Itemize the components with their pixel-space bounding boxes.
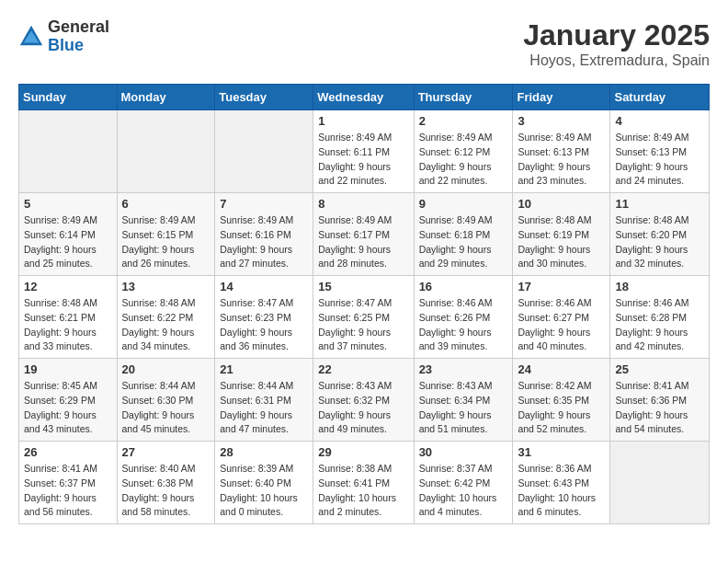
calendar-cell (117, 110, 215, 193)
calendar-week-row: 12Sunrise: 8:48 AMSunset: 6:21 PMDayligh… (19, 276, 710, 359)
calendar-cell: 3Sunrise: 8:49 AMSunset: 6:13 PMDaylight… (513, 110, 610, 193)
calendar-table: SundayMondayTuesdayWednesdayThursdayFrid… (18, 84, 710, 524)
day-number: 31 (518, 445, 605, 459)
day-info: Sunrise: 8:41 AMSunset: 6:37 PMDaylight:… (24, 462, 112, 520)
calendar-cell: 2Sunrise: 8:49 AMSunset: 6:12 PMDaylight… (414, 110, 513, 193)
day-number: 12 (24, 280, 112, 293)
calendar-cell: 15Sunrise: 8:47 AMSunset: 6:25 PMDayligh… (313, 276, 414, 359)
calendar-cell: 25Sunrise: 8:41 AMSunset: 6:36 PMDayligh… (610, 359, 710, 442)
calendar-week-row: 5Sunrise: 8:49 AMSunset: 6:14 PMDaylight… (19, 193, 710, 276)
day-info: Sunrise: 8:49 AMSunset: 6:12 PMDaylight:… (419, 131, 508, 189)
day-info: Sunrise: 8:46 AMSunset: 6:26 PMDaylight:… (419, 296, 508, 354)
calendar-cell (19, 110, 118, 193)
weekday-header: Friday (513, 85, 610, 110)
day-number: 4 (615, 114, 704, 128)
calendar-cell: 16Sunrise: 8:46 AMSunset: 6:26 PMDayligh… (414, 276, 513, 359)
calendar-cell: 9Sunrise: 8:49 AMSunset: 6:18 PMDaylight… (414, 193, 513, 276)
day-info: Sunrise: 8:49 AMSunset: 6:18 PMDaylight:… (419, 213, 508, 271)
calendar-cell: 23Sunrise: 8:43 AMSunset: 6:34 PMDayligh… (414, 359, 513, 442)
day-number: 9 (419, 197, 508, 211)
day-info: Sunrise: 8:48 AMSunset: 6:19 PMDaylight:… (518, 213, 605, 271)
page-header: General Blue January 2025 Hoyos, Extrema… (18, 18, 710, 69)
logo: General Blue (18, 18, 109, 55)
weekday-header: Sunday (19, 85, 118, 110)
day-info: Sunrise: 8:44 AMSunset: 6:30 PMDaylight:… (122, 379, 210, 437)
calendar-cell: 13Sunrise: 8:48 AMSunset: 6:22 PMDayligh… (117, 276, 215, 359)
day-info: Sunrise: 8:49 AMSunset: 6:16 PMDaylight:… (220, 213, 308, 271)
day-number: 13 (122, 280, 210, 293)
calendar-cell: 31Sunrise: 8:36 AMSunset: 6:43 PMDayligh… (513, 442, 610, 524)
day-number: 21 (220, 362, 308, 376)
day-number: 5 (24, 197, 112, 211)
day-number: 29 (318, 445, 408, 459)
page-title: January 2025 (523, 18, 710, 52)
day-info: Sunrise: 8:40 AMSunset: 6:38 PMDaylight:… (122, 462, 210, 520)
calendar-cell: 20Sunrise: 8:44 AMSunset: 6:30 PMDayligh… (117, 359, 215, 442)
title-block: January 2025 Hoyos, Extremadura, Spain (523, 18, 710, 69)
day-number: 16 (419, 280, 508, 293)
calendar-cell: 24Sunrise: 8:42 AMSunset: 6:35 PMDayligh… (513, 359, 610, 442)
day-number: 17 (518, 280, 605, 293)
day-info: Sunrise: 8:43 AMSunset: 6:32 PMDaylight:… (318, 379, 408, 437)
calendar-cell: 28Sunrise: 8:39 AMSunset: 6:40 PMDayligh… (215, 442, 313, 524)
calendar-cell: 22Sunrise: 8:43 AMSunset: 6:32 PMDayligh… (313, 359, 414, 442)
day-info: Sunrise: 8:37 AMSunset: 6:42 PMDaylight:… (419, 462, 508, 520)
day-number: 24 (518, 362, 605, 376)
day-number: 26 (24, 445, 112, 459)
day-info: Sunrise: 8:43 AMSunset: 6:34 PMDaylight:… (419, 379, 508, 437)
calendar-cell (610, 442, 710, 524)
day-info: Sunrise: 8:49 AMSunset: 6:13 PMDaylight:… (615, 131, 704, 189)
day-info: Sunrise: 8:45 AMSunset: 6:29 PMDaylight:… (24, 379, 112, 437)
day-info: Sunrise: 8:49 AMSunset: 6:15 PMDaylight:… (122, 213, 210, 271)
day-info: Sunrise: 8:47 AMSunset: 6:23 PMDaylight:… (220, 296, 308, 354)
calendar-cell: 4Sunrise: 8:49 AMSunset: 6:13 PMDaylight… (610, 110, 710, 193)
day-number: 22 (318, 362, 408, 376)
day-info: Sunrise: 8:44 AMSunset: 6:31 PMDaylight:… (220, 379, 308, 437)
calendar-cell: 12Sunrise: 8:48 AMSunset: 6:21 PMDayligh… (19, 276, 118, 359)
calendar-cell: 21Sunrise: 8:44 AMSunset: 6:31 PMDayligh… (215, 359, 313, 442)
day-info: Sunrise: 8:48 AMSunset: 6:20 PMDaylight:… (615, 213, 704, 271)
day-info: Sunrise: 8:49 AMSunset: 6:11 PMDaylight:… (318, 131, 408, 189)
calendar-cell: 19Sunrise: 8:45 AMSunset: 6:29 PMDayligh… (19, 359, 118, 442)
day-number: 1 (318, 114, 408, 128)
day-number: 18 (615, 280, 704, 293)
day-number: 27 (122, 445, 210, 459)
day-number: 10 (518, 197, 605, 211)
day-number: 19 (24, 362, 112, 376)
day-info: Sunrise: 8:46 AMSunset: 6:28 PMDaylight:… (615, 296, 704, 354)
calendar-week-row: 26Sunrise: 8:41 AMSunset: 6:37 PMDayligh… (19, 442, 710, 524)
day-info: Sunrise: 8:42 AMSunset: 6:35 PMDaylight:… (518, 379, 605, 437)
calendar-cell: 17Sunrise: 8:46 AMSunset: 6:27 PMDayligh… (513, 276, 610, 359)
weekday-header: Saturday (610, 85, 710, 110)
calendar-cell: 27Sunrise: 8:40 AMSunset: 6:38 PMDayligh… (117, 442, 215, 524)
calendar-cell (215, 110, 313, 193)
day-number: 25 (615, 362, 704, 376)
day-info: Sunrise: 8:48 AMSunset: 6:22 PMDaylight:… (122, 296, 210, 354)
day-info: Sunrise: 8:36 AMSunset: 6:43 PMDaylight:… (518, 462, 605, 520)
day-number: 23 (419, 362, 508, 376)
calendar-cell: 29Sunrise: 8:38 AMSunset: 6:41 PMDayligh… (313, 442, 414, 524)
day-info: Sunrise: 8:48 AMSunset: 6:21 PMDaylight:… (24, 296, 112, 354)
calendar-header-row: SundayMondayTuesdayWednesdayThursdayFrid… (19, 85, 710, 110)
weekday-header: Monday (117, 85, 215, 110)
calendar-cell: 5Sunrise: 8:49 AMSunset: 6:14 PMDaylight… (19, 193, 118, 276)
day-info: Sunrise: 8:49 AMSunset: 6:17 PMDaylight:… (318, 213, 408, 271)
calendar-cell: 8Sunrise: 8:49 AMSunset: 6:17 PMDaylight… (313, 193, 414, 276)
day-info: Sunrise: 8:47 AMSunset: 6:25 PMDaylight:… (318, 296, 408, 354)
day-number: 28 (220, 445, 308, 459)
day-number: 15 (318, 280, 408, 293)
calendar-cell: 14Sunrise: 8:47 AMSunset: 6:23 PMDayligh… (215, 276, 313, 359)
day-info: Sunrise: 8:41 AMSunset: 6:36 PMDaylight:… (615, 379, 704, 437)
day-info: Sunrise: 8:39 AMSunset: 6:40 PMDaylight:… (220, 462, 308, 520)
day-number: 3 (518, 114, 605, 128)
day-number: 7 (220, 197, 308, 211)
calendar-week-row: 1Sunrise: 8:49 AMSunset: 6:11 PMDaylight… (19, 110, 710, 193)
calendar-cell: 1Sunrise: 8:49 AMSunset: 6:11 PMDaylight… (313, 110, 414, 193)
weekday-header: Wednesday (313, 85, 414, 110)
calendar-cell: 26Sunrise: 8:41 AMSunset: 6:37 PMDayligh… (19, 442, 118, 524)
calendar-week-row: 19Sunrise: 8:45 AMSunset: 6:29 PMDayligh… (19, 359, 710, 442)
day-number: 30 (419, 445, 508, 459)
day-number: 6 (122, 197, 210, 211)
weekday-header: Thursday (414, 85, 513, 110)
weekday-header: Tuesday (215, 85, 313, 110)
